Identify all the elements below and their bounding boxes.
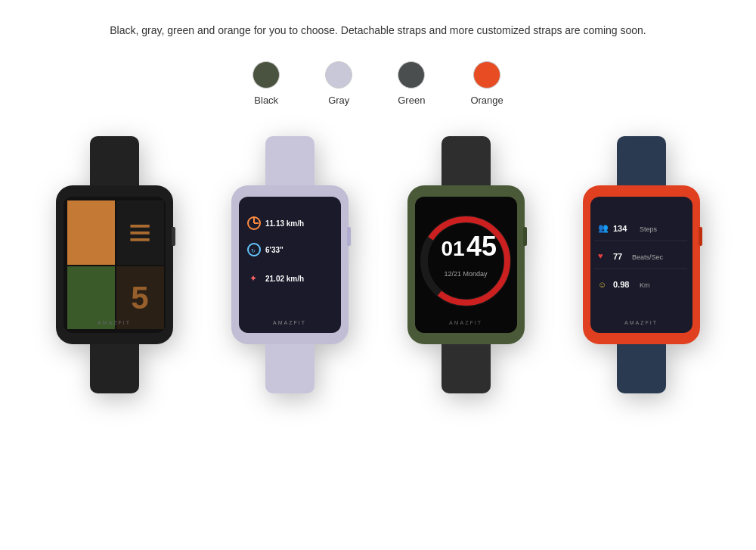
svg-rect-28 — [442, 337, 491, 393]
svg-rect-27 — [442, 136, 491, 193]
color-options: Black Gray Green Orange — [30, 61, 726, 106]
svg-rect-13 — [265, 337, 314, 393]
svg-text:♥: ♥ — [598, 251, 603, 260]
color-label-black: Black — [254, 95, 278, 106]
svg-rect-38 — [617, 136, 666, 193]
svg-rect-39 — [617, 337, 666, 393]
watch-green: 01 45 12/21 Monday AMAZFIT — [392, 136, 540, 396]
svg-rect-12 — [265, 136, 314, 193]
svg-rect-0 — [90, 136, 139, 193]
color-option-green: Green — [398, 61, 425, 106]
svg-text:☺: ☺ — [598, 280, 606, 289]
svg-text:77: 77 — [613, 252, 622, 261]
watch-black: ≡ 5 AMAZFIT — [41, 136, 188, 396]
color-label-gray: Gray — [328, 95, 349, 106]
svg-text:12/21 Monday: 12/21 Monday — [444, 270, 488, 278]
svg-text:21.02 km/h: 21.02 km/h — [265, 275, 304, 283]
svg-text:AMAZFIT: AMAZFIT — [624, 320, 658, 325]
color-swatch-black[interactable] — [253, 61, 280, 89]
watch-gray: 11.13 km/h ↻ 6'33" ✦ 21.02 km/h AMAZFIT — [216, 136, 364, 396]
svg-rect-1 — [90, 337, 139, 393]
watches-row: ≡ 5 AMAZFIT — [30, 136, 726, 396]
svg-text:134: 134 — [613, 224, 627, 233]
svg-text:≡: ≡ — [129, 210, 151, 254]
svg-text:👥: 👥 — [598, 222, 609, 233]
svg-text:AMAZFIT: AMAZFIT — [449, 320, 482, 325]
color-swatch-orange[interactable] — [473, 61, 500, 89]
svg-text:0.98: 0.98 — [613, 280, 629, 289]
svg-text:Steps: Steps — [640, 225, 658, 233]
color-option-black: Black — [253, 61, 280, 106]
svg-text:AMAZFIT: AMAZFIT — [98, 320, 131, 325]
svg-rect-41 — [699, 227, 702, 246]
svg-text:45: 45 — [466, 231, 497, 262]
svg-text:AMAZFIT: AMAZFIT — [273, 320, 306, 325]
svg-rect-5 — [67, 200, 115, 265]
svg-text:✦: ✦ — [249, 273, 257, 284]
color-swatch-gray[interactable] — [325, 61, 352, 89]
watch-orange: 👥 134 Steps ♥ 77 Beats/Sec ☺ 0.98 Km AM — [568, 136, 715, 396]
svg-text:↻: ↻ — [251, 248, 256, 253]
svg-text:Km: Km — [640, 281, 650, 289]
description-text: Black, gray, green and orange for you to… — [30, 23, 726, 39]
color-swatch-green[interactable] — [398, 61, 425, 89]
color-label-green: Green — [398, 95, 425, 106]
svg-rect-30 — [523, 227, 527, 246]
svg-text:11.13 km/h: 11.13 km/h — [265, 219, 304, 228]
color-label-orange: Orange — [470, 95, 503, 106]
svg-rect-15 — [347, 227, 351, 246]
color-option-orange: Orange — [470, 61, 503, 106]
svg-text:5: 5 — [131, 280, 148, 315]
svg-text:Beats/Sec: Beats/Sec — [632, 253, 664, 261]
svg-text:6'33": 6'33" — [265, 246, 284, 254]
svg-rect-42 — [590, 197, 692, 333]
svg-text:01: 01 — [441, 237, 464, 260]
svg-rect-3 — [172, 227, 175, 246]
color-option-gray: Gray — [325, 61, 352, 106]
page-container: Black, gray, green and orange for you to… — [0, 0, 756, 427]
